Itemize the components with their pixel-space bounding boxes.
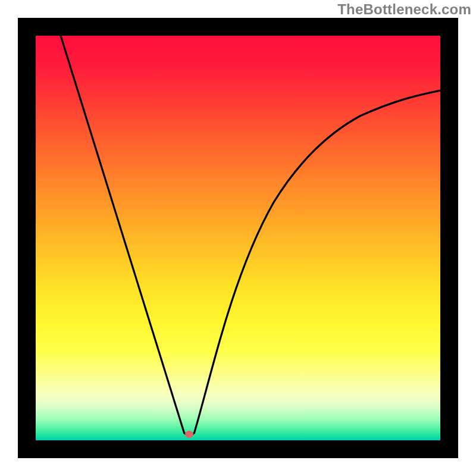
watermark-text: TheBottleneck.com <box>337 1 471 18</box>
plot-frame <box>18 18 458 458</box>
chart-container: TheBottleneck.com <box>0 0 476 476</box>
